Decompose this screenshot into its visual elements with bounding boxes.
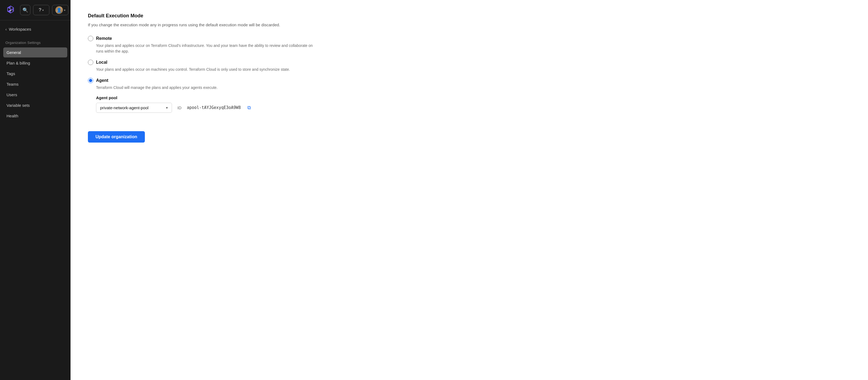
radio-agent-description: Terraform Cloud will manage the plans an… <box>96 85 318 91</box>
header-icons: 🔍 ? ▾ 👤 ▾ <box>20 5 68 15</box>
workspaces-back-link[interactable]: ‹ Workspaces <box>5 26 65 33</box>
help-button[interactable]: ? ▾ <box>33 5 50 15</box>
sidebar-item-tags[interactable]: Tags <box>3 69 67 79</box>
main-content: Default Execution Mode If you change the… <box>70 0 868 380</box>
radio-remote-description: Your plans and applies occur on Terrafor… <box>96 43 318 54</box>
copy-id-button[interactable]: ⧉ <box>246 104 252 112</box>
help-icon: ? <box>39 7 41 13</box>
radio-remote[interactable] <box>88 36 93 41</box>
sidebar-header: ⬦ 🔍 ? ▾ 👤 ▾ <box>0 0 70 20</box>
radio-remote-label: Remote <box>96 36 112 41</box>
chevron-down-icon: ▾ <box>64 9 65 12</box>
workspaces-nav: ‹ Workspaces <box>0 20 70 35</box>
update-organization-button[interactable]: Update organization <box>88 131 145 143</box>
user-menu-button[interactable]: 👤 ▾ <box>52 5 68 15</box>
radio-local[interactable] <box>88 60 93 65</box>
radio-agent-label-row: Agent <box>88 78 850 83</box>
sidebar-section-label: Organization Settings <box>0 35 70 47</box>
radio-option-remote: Remote Your plans and applies occur on T… <box>88 36 850 54</box>
radio-option-agent: Agent Terraform Cloud will manage the pl… <box>88 78 850 113</box>
copy-icon: ⧉ <box>247 105 251 111</box>
agent-pool-select[interactable]: private-network-agent-pool ▾ <box>96 103 172 113</box>
execution-mode-radio-group: Remote Your plans and applies occur on T… <box>88 36 850 113</box>
section-description: If you change the execution mode any in … <box>88 22 348 28</box>
radio-remote-label-row: Remote <box>88 36 850 41</box>
search-icon: 🔍 <box>23 7 28 13</box>
section-title: Default Execution Mode <box>88 13 850 19</box>
agent-pool-label: Agent pool <box>96 95 850 100</box>
workspaces-label: Workspaces <box>9 27 31 31</box>
select-chevron-icon: ▾ <box>166 106 168 110</box>
sidebar-item-health[interactable]: Health <box>3 111 67 121</box>
agent-pool-selected-value: private-network-agent-pool <box>100 105 148 110</box>
sidebar: ⬦ 🔍 ? ▾ 👤 ▾ ‹ Workspaces Org <box>0 0 70 380</box>
agent-id-label: ID <box>177 105 182 110</box>
search-button[interactable]: 🔍 <box>20 5 30 15</box>
radio-option-local: Local Your plans and applies occur on ma… <box>88 60 850 72</box>
svg-text:⬦: ⬦ <box>9 8 12 12</box>
radio-local-description: Your plans and applies occur on machines… <box>96 67 318 72</box>
terraform-logo: ⬦ <box>5 5 16 15</box>
avatar: 👤 <box>55 6 63 14</box>
sidebar-item-plan-billing[interactable]: Plan & billing <box>3 58 67 68</box>
radio-agent[interactable] <box>88 78 93 83</box>
sidebar-item-users[interactable]: Users <box>3 90 67 100</box>
agent-id-value: apool-tAYJGexyqE3oA9W8 <box>187 105 241 110</box>
sidebar-item-variable-sets[interactable]: Variable sets <box>3 100 67 110</box>
sidebar-item-general[interactable]: General <box>3 47 67 58</box>
chevron-down-icon: ▾ <box>42 9 44 12</box>
agent-pool-row: private-network-agent-pool ▾ ID apool-tA… <box>96 103 850 113</box>
sidebar-item-teams[interactable]: Teams <box>3 79 67 89</box>
radio-local-label-row: Local <box>88 60 850 65</box>
sidebar-nav: General Plan & billing Tags Teams Users … <box>0 47 70 121</box>
agent-pool-section: Agent pool private-network-agent-pool ▾ … <box>96 95 850 113</box>
radio-agent-label: Agent <box>96 78 108 83</box>
radio-local-label: Local <box>96 60 107 65</box>
back-arrow-icon: ‹ <box>5 27 7 31</box>
avatar-image: 👤 <box>56 8 62 13</box>
